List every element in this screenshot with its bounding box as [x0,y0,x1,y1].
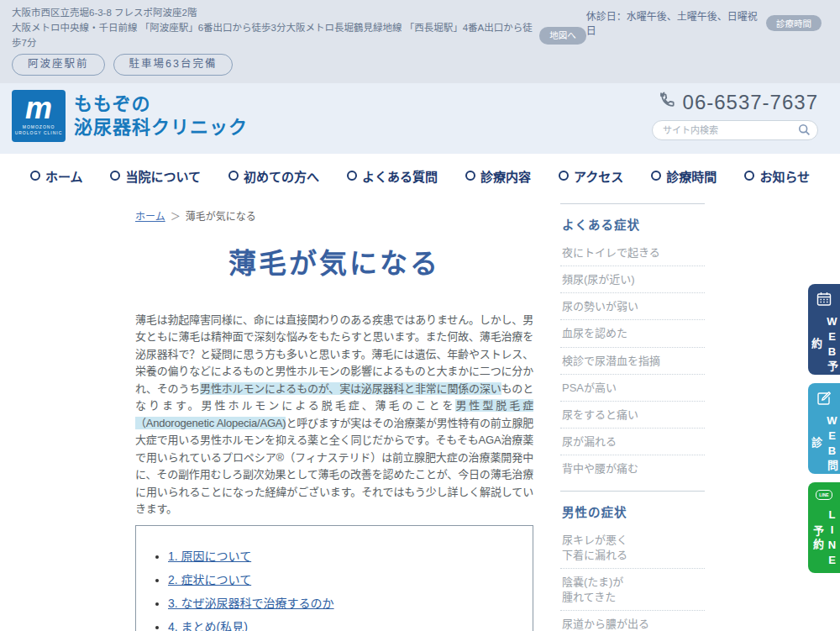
sidebar-item-scrotum-swelling[interactable]: 陰嚢(たま)が 腫れてきた [560,569,705,611]
toc-link-why-urology[interactable]: 3. なぜ泌尿器科で治療するのか [168,597,334,610]
edit-icon [816,391,832,408]
sidebar-item-weak-stream[interactable]: 尿の勢いが弱い [560,293,705,320]
circle-icon [559,171,569,181]
clinic-access-info: 大阪メトロ中央線・千日前線 「阿波座駅」6番出口から徒歩3分大阪メトロ長堀鶴見緑… [12,21,533,51]
breadcrumb-home-link[interactable]: ホーム [135,211,165,223]
toc-item: 1. 原因について [168,547,521,566]
top-utility-bar: 大阪市西区立売堀6-3-8 フレスポ阿波座2階 大阪メトロ中央線・千日前線 「阿… [0,0,840,83]
search-input[interactable] [652,120,818,140]
nav-item-first-visit[interactable]: 初めての方へ [228,167,319,185]
sidebar-item-dribbling[interactable]: 尿キレが悪く 下着に漏れる [560,527,705,569]
sidebar-item-high-psa[interactable]: PSAが高い [560,375,705,402]
map-link-badge[interactable]: 地図へ [539,27,586,44]
toc-item: 4. まとめ(私見) [168,618,521,631]
circle-icon [110,171,120,181]
nav-item-home[interactable]: ホーム [30,167,83,185]
logo-square: m MOMOZONO UROLOGY CLINIC [12,90,66,142]
table-of-contents: 1. 原因について 2. 症状について 3. なぜ泌尿器科で治療するのか 4. … [135,525,533,631]
nav-item-news[interactable]: お知らせ [744,167,810,185]
logo-sub-momozono: MOMOZONO [23,125,55,129]
sidebar-item-urethral-discharge[interactable]: 尿道から膿が出る [560,611,705,631]
toc-link-summary[interactable]: 4. まとめ(私見) [168,620,248,631]
sidebar-item-frequent-urination[interactable]: 頻尿(尿が近い) [560,266,705,293]
toc-item: 3. なぜ泌尿器科で治療するのか [168,594,521,613]
clinic-logo[interactable]: m MOMOZONO UROLOGY CLINIC ももぞの 泌尿器科クリニック [12,90,248,142]
toc-link-symptoms[interactable]: 2. 症状について [168,573,251,586]
closed-days-text: 休診日：水曜午後、土曜午後、日曜祝日 [586,8,758,37]
intro-paragraph: 薄毛は勃起障害同様に、命には直接関わりのある疾患ではありません。しかし、男女とも… [135,312,533,518]
nav-item-services[interactable]: 診療内容 [465,167,531,185]
sidebar-item-nocturia[interactable]: 夜にトイレで起きる [560,239,705,266]
circle-icon [744,171,754,181]
toc-item: 2. 症状について [168,571,521,590]
circle-icon [30,171,40,181]
clinic-address: 大阪市西区立売堀6-3-8 フレスポ阿波座2階 [12,6,586,21]
line-icon: LINE [816,490,832,500]
sidebar-item-painful-urination[interactable]: 尿をすると痛い [560,402,705,429]
logo-m-glyph: m [25,93,52,124]
sidebar-title-male: 男性の症状 [560,491,705,527]
main-nav: ホーム 当院について 初めての方へ よくある質問 診療内容 アクセス 診療時間 … [0,154,840,200]
parking-pill: 駐車場63台完備 [113,54,234,75]
web-reserve-button[interactable]: WEB予約 [808,284,840,375]
station-front-pill: 阿波座駅前 [12,54,105,75]
nav-item-access[interactable]: アクセス [559,167,623,185]
clinic-name: ももぞの 泌尿器科クリニック [74,92,248,139]
breadcrumb: ホーム＞薄毛が気になる [135,208,533,223]
circle-icon [347,171,357,181]
sidebar-item-back-pain[interactable]: 背中や腰が痛む [560,455,705,488]
nav-item-hours[interactable]: 診療時間 [651,167,717,185]
hours-badge[interactable]: 診療時間 [766,15,822,31]
floating-action-rail: WEB予約 WEB問診 LINE LINE予約 [808,284,840,573]
sidebar-item-occult-blood[interactable]: 検診で尿潜血を指摘 [560,348,705,375]
sidebar-title-common: よくある症状 [560,203,705,239]
breadcrumb-current: 薄毛が気になる [186,211,256,223]
sidebar-symptoms: よくある症状 夜にトイレで起きる 頻尿(尿が近い) 尿の勢いが弱い 血尿を認めた… [560,203,705,631]
circle-icon [228,171,239,181]
web-monshin-button[interactable]: WEB問診 [808,383,840,474]
line-reserve-button[interactable]: LINE LINE予約 [808,482,840,573]
circle-icon [465,171,475,181]
nav-item-about[interactable]: 当院について [110,167,201,185]
nav-item-faq[interactable]: よくある質問 [347,167,438,185]
breadcrumb-separator: ＞ [171,211,181,223]
logo-sub-urology: UROLOGY CLINIC [15,131,63,135]
sidebar-item-leakage[interactable]: 尿が漏れる [560,429,705,455]
sidebar-item-hematuria[interactable]: 血尿を認めた [560,320,705,347]
calendar-icon [816,292,832,309]
site-header: m MOMOZONO UROLOGY CLINIC ももぞの 泌尿器科クリニック… [0,83,840,154]
circle-icon [651,171,661,181]
phone-number[interactable]: 06-6537-7637 [683,91,818,114]
search-icon[interactable] [798,124,811,139]
toc-link-causes[interactable]: 1. 原因について [168,549,251,563]
page-title: 薄毛が気になる [135,241,533,281]
phone-icon [657,91,677,114]
